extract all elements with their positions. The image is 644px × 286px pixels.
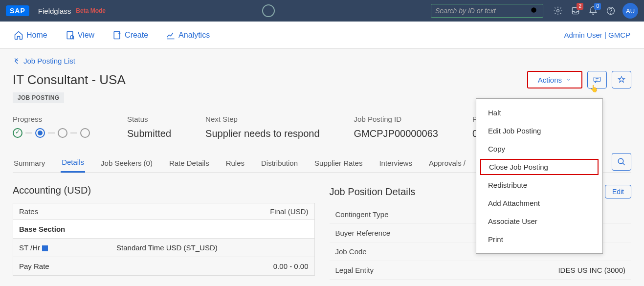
gear-icon xyxy=(553,6,563,16)
nav-create[interactable]: Create xyxy=(112,30,148,40)
action-redistribute[interactable]: Redistribute xyxy=(476,176,602,194)
user-context[interactable]: Admin User | GMCP xyxy=(564,31,630,39)
step-line xyxy=(48,132,55,133)
nav-analytics[interactable]: Analytics xyxy=(166,30,210,40)
nav-view[interactable]: View xyxy=(65,30,94,40)
svg-line-15 xyxy=(622,163,625,165)
progress-item: Progress xyxy=(13,115,93,139)
progress-label: Progress xyxy=(13,115,93,123)
svg-rect-13 xyxy=(594,77,600,82)
tab-details[interactable]: Details xyxy=(61,153,85,173)
inbox-badge: 2 xyxy=(577,3,583,10)
posting-id-item: Job Posting ID GMCPJP00000063 xyxy=(354,115,438,139)
settings-button[interactable] xyxy=(549,2,567,20)
star-icon xyxy=(617,75,626,84)
step-done-icon xyxy=(13,128,22,138)
tab-job-seekers[interactable]: Job Seekers (0) xyxy=(100,154,154,172)
inbox-button[interactable]: 2 xyxy=(567,2,584,20)
page-content: Job Posting List IT Consultant - USA Act… xyxy=(0,49,644,286)
status-value: Submitted xyxy=(127,128,171,139)
tab-search-button[interactable] xyxy=(612,153,631,171)
tab-summary[interactable]: Summary xyxy=(13,154,46,172)
action-print[interactable]: Print xyxy=(476,230,602,248)
object-type-tag: JOB POSTING xyxy=(13,92,64,103)
sthr-row: ST /Hr Standard Time USD (ST_USD) xyxy=(13,239,315,257)
favorite-button[interactable] xyxy=(612,71,631,88)
bell-badge: 0 xyxy=(594,3,601,10)
tab-rate-details[interactable]: Rate Details xyxy=(168,154,210,172)
job-code-label: Job Code xyxy=(335,247,367,256)
contingent-type-label: Contingent Type xyxy=(335,210,389,219)
product-name: Fieldglass xyxy=(38,7,71,15)
base-section-row: Base Section xyxy=(13,220,315,239)
actions-label: Actions xyxy=(538,76,562,84)
accounting-section: Accounting (USD) Rates Final (USD) Base … xyxy=(13,185,315,280)
global-search[interactable] xyxy=(431,4,543,18)
action-associate-user[interactable]: Associate User xyxy=(476,212,602,230)
page-title: IT Consultant - USA xyxy=(13,72,126,88)
view-icon xyxy=(65,30,75,40)
cursor-icon: 👆 xyxy=(590,85,598,92)
search-input[interactable] xyxy=(435,7,530,15)
search-icon xyxy=(530,6,539,15)
title-actions: Actions 👆 Halt Edit Job Posting Copy Clo… xyxy=(527,71,631,88)
create-icon xyxy=(112,30,122,40)
edit-button[interactable]: Edit xyxy=(605,185,631,198)
breadcrumb-label: Job Posting List xyxy=(23,57,75,65)
help-button[interactable] xyxy=(602,2,620,20)
svg-rect-9 xyxy=(114,31,120,39)
posting-id-value: GMCPJP00000063 xyxy=(354,128,438,139)
action-close-job-posting[interactable]: Close Job Posting xyxy=(480,159,599,175)
next-step-item: Next Step Supplier needs to respond xyxy=(205,115,320,139)
svg-point-0 xyxy=(531,7,536,13)
base-section-label: Base Section xyxy=(19,225,65,233)
legal-entity-row: Legal Entity IDES US INC (3000) xyxy=(330,261,632,280)
pay-rate-row: Pay Rate 0.00 - 0.00 xyxy=(13,257,315,276)
analytics-icon xyxy=(166,30,176,40)
status-label: Status xyxy=(127,115,171,123)
svg-line-8 xyxy=(73,38,74,39)
action-halt[interactable]: Halt xyxy=(476,104,602,122)
loading-spinner-icon xyxy=(262,4,275,17)
action-add-attachment[interactable]: Add Attachment xyxy=(476,194,602,212)
back-arrow-icon xyxy=(13,57,21,65)
comment-icon xyxy=(593,75,601,84)
svg-point-2 xyxy=(557,10,559,12)
user-avatar[interactable]: AU xyxy=(622,3,638,19)
pay-rate-label: Pay Rate xyxy=(19,262,49,270)
sap-logo: SAP xyxy=(6,5,29,16)
nav-view-label: View xyxy=(78,31,94,40)
accounting-title: Accounting (USD) xyxy=(13,185,315,196)
tab-supplier-rates[interactable]: Supplier Rates xyxy=(313,154,363,172)
status-item: Status Submitted xyxy=(127,115,171,139)
next-step-label: Next Step xyxy=(205,115,320,123)
next-step-value: Supplier needs to respond xyxy=(205,128,320,139)
tab-rules[interactable]: Rules xyxy=(225,154,245,172)
breadcrumb[interactable]: Job Posting List xyxy=(13,57,631,65)
tab-interviews[interactable]: Interviews xyxy=(378,154,413,172)
svg-point-14 xyxy=(618,158,623,164)
action-copy[interactable]: Copy xyxy=(476,140,602,158)
svg-line-1 xyxy=(535,12,538,14)
title-row: IT Consultant - USA Actions 👆 Halt Edit … xyxy=(13,71,631,88)
buyer-reference-label: Buyer Reference xyxy=(335,229,391,237)
pay-rate-value: 0.00 - 0.00 xyxy=(273,262,309,270)
step-active-icon xyxy=(35,128,45,138)
search-icon xyxy=(617,157,626,166)
tab-distribution[interactable]: Distribution xyxy=(260,154,299,172)
nav-home[interactable]: Home xyxy=(14,30,47,40)
step-pending-icon xyxy=(58,128,67,138)
legal-entity-value: IDES US INC (3000) xyxy=(558,266,625,274)
actions-button[interactable]: Actions xyxy=(527,71,582,88)
sthr-label: ST /Hr xyxy=(19,243,48,252)
help-icon xyxy=(606,6,616,16)
home-icon xyxy=(14,30,23,40)
notifications-button[interactable]: 0 xyxy=(584,2,602,20)
step-line xyxy=(25,132,32,133)
tab-approvals[interactable]: Approvals / xyxy=(428,154,466,172)
step-line xyxy=(70,132,77,133)
calculator-icon xyxy=(42,245,48,251)
main-nav: Home View Create Analytics Admin User | … xyxy=(0,22,644,49)
actions-dropdown: Halt Edit Job Posting Copy Close Job Pos… xyxy=(476,98,603,254)
action-edit-job-posting[interactable]: Edit Job Posting xyxy=(476,122,602,140)
